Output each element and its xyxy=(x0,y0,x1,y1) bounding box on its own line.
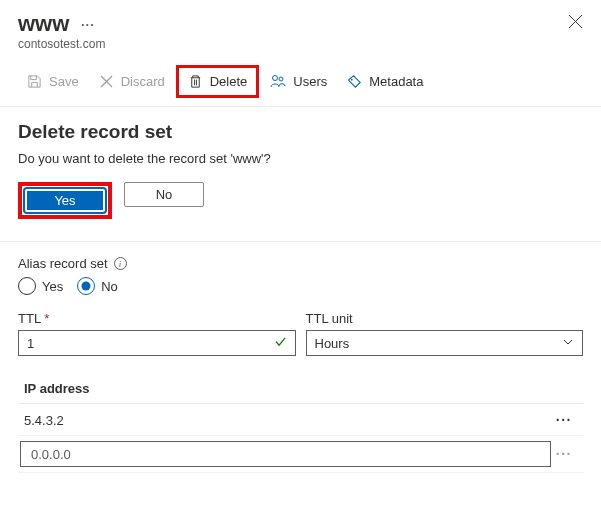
ttl-value: 1 xyxy=(27,336,34,351)
users-label: Users xyxy=(293,74,327,89)
radio-icon xyxy=(77,277,95,295)
discard-label: Discard xyxy=(121,74,165,89)
delete-button[interactable]: Delete xyxy=(176,65,260,98)
no-button[interactable]: No xyxy=(124,182,204,207)
alias-radio-group: Yes No xyxy=(18,277,583,295)
dialog-text: Do you want to delete the record set 'ww… xyxy=(18,151,583,166)
close-icon[interactable] xyxy=(568,14,583,32)
alias-yes-label: Yes xyxy=(42,279,63,294)
chevron-down-icon xyxy=(562,336,574,351)
ip-input[interactable]: 0.0.0.0 xyxy=(20,441,551,467)
alias-yes-radio[interactable]: Yes xyxy=(18,277,63,295)
toolbar: Save Discard Delete Users Metadata xyxy=(0,57,601,107)
ttl-label: TTL* xyxy=(18,311,296,326)
ttl-unit-value: Hours xyxy=(315,336,350,351)
alias-no-radio[interactable]: No xyxy=(77,277,118,295)
svg-point-1 xyxy=(279,77,283,81)
page-subtitle: contosotest.com xyxy=(18,37,583,51)
ip-input-row: 0.0.0.0 ··· xyxy=(18,436,583,473)
delete-label: Delete xyxy=(210,74,248,89)
svg-point-2 xyxy=(351,79,353,81)
svg-point-0 xyxy=(273,76,278,81)
ttl-input[interactable]: 1 xyxy=(18,330,296,356)
alias-label: Alias record set i xyxy=(18,256,583,271)
alias-no-label: No xyxy=(101,279,118,294)
yes-button-highlight: Yes xyxy=(18,182,112,219)
more-menu-icon[interactable]: ··· xyxy=(81,17,95,32)
ttl-unit-label: TTL unit xyxy=(306,311,584,326)
info-icon[interactable]: i xyxy=(114,257,127,270)
discard-icon xyxy=(99,74,114,89)
ip-row: 5.4.3.2 ··· xyxy=(18,405,583,436)
trash-icon xyxy=(188,74,203,89)
ttl-unit-select[interactable]: Hours xyxy=(306,330,584,356)
divider xyxy=(0,241,601,242)
dialog-title: Delete record set xyxy=(18,121,583,143)
metadata-button[interactable]: Metadata xyxy=(338,68,432,95)
users-button[interactable]: Users xyxy=(261,68,336,95)
yes-button[interactable]: Yes xyxy=(25,189,105,212)
row-more-icon: ··· xyxy=(551,446,577,462)
check-icon xyxy=(274,335,287,351)
page-title: www xyxy=(18,11,69,37)
metadata-icon xyxy=(347,74,362,89)
ip-header: IP address xyxy=(18,374,583,404)
ip-placeholder: 0.0.0.0 xyxy=(31,447,71,462)
row-more-icon[interactable]: ··· xyxy=(551,412,577,428)
ip-value: 5.4.3.2 xyxy=(24,413,551,428)
save-label: Save xyxy=(49,74,79,89)
users-icon xyxy=(270,74,286,89)
discard-button: Discard xyxy=(90,68,174,95)
save-icon xyxy=(27,74,42,89)
metadata-label: Metadata xyxy=(369,74,423,89)
radio-icon xyxy=(18,277,36,295)
save-button: Save xyxy=(18,68,88,95)
